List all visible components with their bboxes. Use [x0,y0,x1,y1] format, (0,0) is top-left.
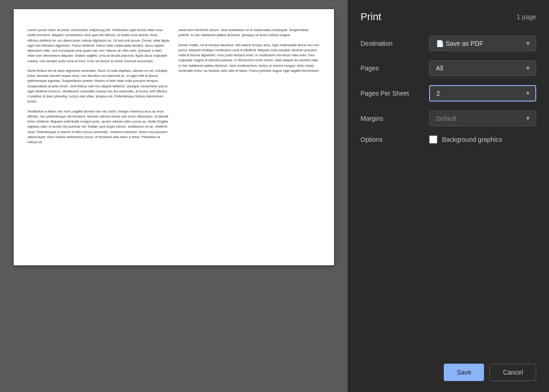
panel-header: Print 1 page [361,11,536,23]
margins-label: Margins [361,115,429,122]
panel-title: Print [361,11,381,23]
paper-column-right: amet sem hendrerit rutrum. Sed vestibulu… [178,27,320,247]
page-count: 1 page [517,13,536,21]
cancel-button[interactable]: Cancel [490,364,536,381]
pages-select-wrapper: All Custom ▼ [429,60,536,76]
pages-per-sheet-select[interactable]: 1 2 4 6 9 16 [429,85,536,102]
margins-select-wrapper: Default None Minimum Custom ▼ [429,111,536,126]
preview-col1-p3: Vestibulum a libero nec nunc sagittis la… [27,109,169,145]
preview-col2-p1: amet sem hendrerit rutrum. Sed vestibulu… [178,27,320,38]
panel-footer: Save Cancel [361,354,536,381]
pages-per-sheet-label: Pages Per Sheet [361,90,429,97]
pages-select[interactable]: All Custom [429,60,536,76]
preview-col2-p2: Donec mattis, mi id tempus faucibus, eli… [178,43,320,74]
destination-row: Destination 📄 Save as PDF Microsoft Prin… [361,36,536,51]
background-graphics-label: Background graphics [442,136,502,143]
print-preview: Lorem ipsum dolor sit amet, consectetur … [0,0,348,392]
paper-column-left: Lorem ipsum dolor sit amet, consectetur … [27,27,169,247]
preview-col1-p1: Lorem ipsum dolor sit amet, consectetur … [27,27,169,64]
destination-control: 📄 Save as PDF Microsoft Print to PDF Sen… [429,36,536,51]
options-label: Options [361,136,429,143]
margins-select[interactable]: Default None Minimum Custom [429,111,536,126]
options-control: Background graphics [429,135,536,144]
margins-row: Margins Default None Minimum Custom ▼ [361,111,536,126]
options-row: Options Background graphics [361,135,536,144]
pages-per-sheet-row: Pages Per Sheet 1 2 4 6 9 16 ▼ [361,85,536,102]
pages-per-sheet-control: 1 2 4 6 9 16 ▼ [429,85,536,102]
destination-label: Destination [361,40,429,47]
preview-col1-p2: Morbi finibus leo et dolor dignissim ven… [27,68,169,104]
destination-select-wrapper: 📄 Save as PDF Microsoft Print to PDF Sen… [429,36,536,51]
background-graphics-checkbox[interactable] [429,135,437,144]
paper-preview: Lorem ipsum dolor sit amet, consectetur … [14,9,334,265]
save-button[interactable]: Save [444,364,484,381]
background-graphics-wrapper: Background graphics [429,135,536,144]
pages-per-sheet-select-wrapper: 1 2 4 6 9 16 ▼ [429,85,536,102]
print-panel: Print 1 page Destination 📄 Save as PDF M… [348,0,549,392]
margins-control: Default None Minimum Custom ▼ [429,111,536,126]
pages-control: All Custom ▼ [429,60,536,76]
pages-row: Pages All Custom ▼ [361,60,536,76]
destination-select[interactable]: 📄 Save as PDF Microsoft Print to PDF Sen… [429,36,536,51]
pages-label: Pages [361,64,429,72]
